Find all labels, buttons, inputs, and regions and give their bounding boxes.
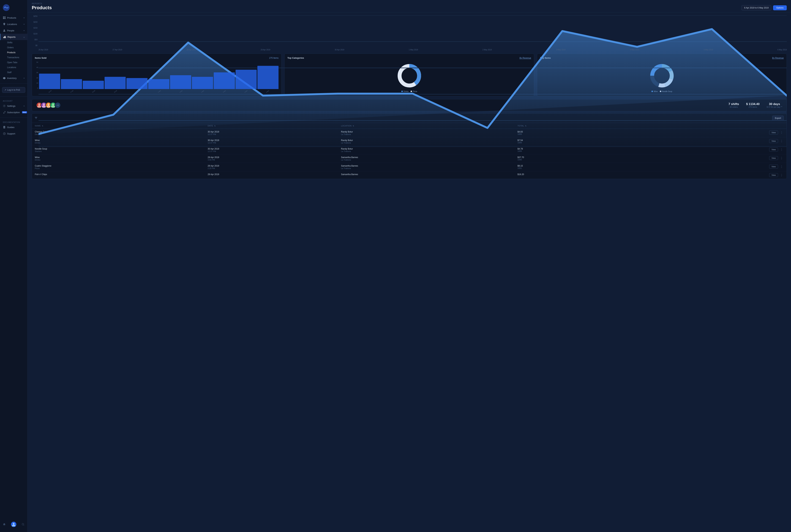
bar-item	[148, 79, 169, 89]
svg-line-20	[24, 525, 24, 526]
sidebar-sub-open-tabs[interactable]: Open Tabs	[0, 60, 27, 65]
bar-item	[39, 74, 60, 89]
box-icon	[3, 77, 6, 79]
book-icon	[3, 126, 6, 129]
account-section-label: ACCOUNT	[0, 99, 27, 103]
view-button[interactable]: View	[769, 156, 778, 160]
bar-xlabel: 30 Apr	[136, 90, 139, 93]
sidebar-sub-locations[interactable]: Locations	[0, 65, 27, 70]
more-button[interactable]: ⋮	[779, 165, 784, 168]
bar-xlabel: 27 Apr	[70, 90, 74, 93]
bar-xlabel: 6 May	[266, 90, 269, 93]
sidebar-item-settings[interactable]: Settings ▾	[0, 103, 27, 109]
sidebar-sub-shifts[interactable]: Shifts	[0, 40, 27, 45]
options-button[interactable]: Options	[773, 5, 787, 10]
link-icon	[3, 111, 6, 114]
search-icon[interactable]	[22, 523, 24, 526]
svg-rect-8	[5, 36, 5, 38]
bar-item	[236, 70, 257, 89]
cell-name: Wine Drinks	[32, 154, 205, 163]
svg-rect-1	[3, 17, 4, 18]
more-button[interactable]: ⋮	[779, 148, 784, 151]
view-button[interactable]: View	[769, 148, 778, 152]
more-button[interactable]: ⋮	[779, 173, 784, 177]
sidebar: Products ▾ Locations ▾ People ▾	[0, 0, 27, 532]
cell-total: $9.15 1091	[515, 163, 630, 171]
sidebar-sub-products[interactable]: Products	[0, 50, 27, 55]
sidebar-item-support[interactable]: Support	[0, 130, 27, 137]
bar-item	[257, 66, 278, 89]
bar-x-labels: 26 Apr27 Apr28 Apr29 Apr30 Apr1 May2 May…	[39, 92, 278, 93]
more-button[interactable]: ⋮	[779, 156, 784, 160]
bar-item	[105, 77, 126, 89]
sidebar-bottom	[0, 519, 27, 529]
cell-date: 28 Apr 2019 2:25 PM	[205, 163, 338, 171]
bar-item	[61, 79, 82, 89]
cell-name: Noodle Soup Starters	[32, 146, 205, 154]
cell-total: $37.70 1090	[515, 154, 630, 163]
svg-rect-2	[4, 17, 5, 18]
svg-point-10	[4, 106, 5, 106]
svg-rect-9	[5, 37, 6, 38]
sidebar-sub-transactions[interactable]: Transactions	[0, 55, 27, 60]
view-button[interactable]: View	[769, 173, 778, 177]
sidebar-item-locations[interactable]: Locations ▾	[0, 21, 27, 27]
bar-chart-bars	[39, 61, 278, 89]
sidebar-item-support-label: Support	[7, 132, 15, 135]
cell-actions: View ⋮	[630, 171, 787, 179]
bar-item	[126, 78, 148, 89]
table-row: Fish n' Chips 28 Apr 2019 Samantha Barne…	[32, 171, 787, 179]
cell-total: $16.20	[515, 171, 630, 179]
cell-location: Samantha Barnes	[338, 171, 515, 179]
svg-point-19	[22, 523, 24, 525]
date-range-button[interactable]: 6 Apr 2019 to 6 May 2019	[741, 5, 771, 11]
bar-xlabel: 28 Apr	[92, 90, 95, 93]
cell-actions: View ⋮	[630, 146, 787, 154]
bar-xlabel: 4 May	[223, 90, 226, 93]
sidebar-item-settings-label: Settings	[7, 104, 15, 107]
view-button[interactable]: View	[769, 165, 778, 169]
page-title: Products	[32, 5, 52, 11]
bar-xlabel: 29 Apr	[114, 90, 117, 93]
sidebar-sub-orders[interactable]: Orders	[0, 45, 27, 50]
login-pos-button[interactable]: ↗ Log in to PoS	[2, 87, 25, 93]
chevron-down-icon: ▾	[24, 30, 24, 32]
svg-rect-7	[4, 36, 5, 38]
table-row: Wine Drinks 28 Apr 2019 3:55 PM Samantha…	[32, 154, 787, 163]
sidebar-item-reports[interactable]: Reports ▴	[0, 34, 27, 40]
line-chart: $250 $200 $150 $100 $50 $0	[32, 15, 787, 51]
bar-chart-y: 50 40 30 20 10 0	[35, 61, 39, 89]
user-avatar[interactable]	[11, 522, 16, 527]
gear-icon	[3, 104, 6, 107]
bar-item	[214, 72, 235, 89]
sidebar-sub-staff[interactable]: Staff	[0, 70, 27, 75]
chevron-down-icon: ▾	[24, 17, 24, 19]
cell-total: $4.78 1089	[515, 146, 630, 154]
notification-icon[interactable]	[3, 523, 6, 526]
bar-xlabel: 26 Apr	[48, 90, 52, 93]
cell-date: 28 Apr 2019	[205, 171, 338, 179]
svg-point-5	[4, 30, 5, 31]
chevron-down-icon: ▾	[24, 77, 24, 79]
cell-name: Fish n' Chips	[32, 171, 205, 179]
bar-item	[83, 81, 104, 89]
filter-button[interactable]	[35, 117, 37, 119]
bar-chart-area: 50 40 30 20 10 0 26 Apr27 Apr28 Apr29 Ap…	[35, 61, 278, 93]
svg-rect-6	[3, 37, 4, 38]
svg-point-18	[13, 523, 15, 525]
login-icon: ↗	[4, 89, 6, 91]
sidebar-item-inventory-label: Inventory	[7, 77, 17, 79]
sidebar-item-inventory[interactable]: Inventory ▾	[0, 75, 27, 81]
help-icon	[3, 132, 6, 135]
bar-xlabel: 3 May	[201, 90, 204, 93]
sidebar-item-subscription[interactable]: Subscription Beta	[0, 109, 27, 115]
sidebar-item-people-label: People	[7, 29, 14, 32]
sidebar-item-reports-label: Reports	[7, 36, 16, 38]
sidebar-item-people[interactable]: People ▾	[0, 27, 27, 34]
sidebar-item-guides[interactable]: Guides	[0, 124, 27, 130]
sidebar-item-subscription-label: Subscription	[7, 111, 20, 114]
sidebar-item-products[interactable]: Products ▾	[0, 15, 27, 21]
table-row: Noodle Soup Starters 30 Apr 2019 12:37 P…	[32, 146, 787, 154]
bar-xlabel: 2 May	[179, 90, 183, 93]
sidebar-item-products-label: Products	[7, 17, 16, 19]
